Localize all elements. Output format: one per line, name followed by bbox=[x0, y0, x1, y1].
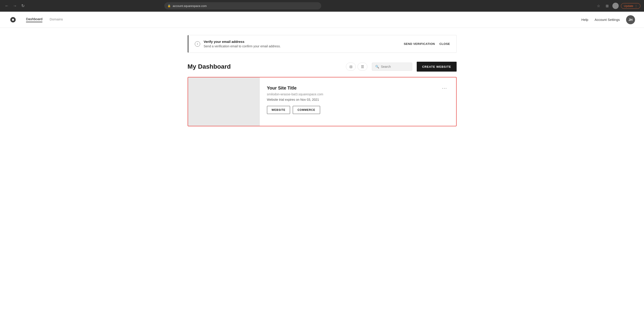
banner-actions: SEND VERIFICATION CLOSE bbox=[404, 42, 450, 46]
star-button[interactable]: ☆ bbox=[595, 3, 602, 9]
site-url: smilodon-wrasse-bat3.squarespace.com bbox=[267, 92, 449, 96]
account-settings-link[interactable]: Account Settings bbox=[594, 18, 620, 22]
nav-dashboard[interactable]: Dashboard bbox=[26, 17, 42, 22]
grid-view-button[interactable]: ⊟ bbox=[346, 63, 356, 71]
page-wrapper: Dashboard Domains Help Account Settings … bbox=[0, 12, 644, 326]
create-website-button[interactable]: CREATE WEBSITE bbox=[417, 62, 456, 72]
dashboard-header: My Dashboard ⊟ ☰ 🔍 CREATE WEBSITE bbox=[188, 62, 456, 72]
view-toggles: ⊟ ☰ bbox=[346, 63, 368, 71]
site-actions: WEBSITE COMMERCE bbox=[267, 106, 449, 114]
lock-icon: 🔒 bbox=[168, 4, 171, 8]
site-info: Your Site Title ··· smilodon-wrasse-bat3… bbox=[260, 77, 456, 126]
nav-domains[interactable]: Domains bbox=[50, 17, 63, 22]
site-thumbnail bbox=[188, 77, 260, 126]
forward-button[interactable]: → bbox=[12, 3, 18, 9]
address-bar[interactable]: 🔒 account.squarespace.com bbox=[164, 2, 321, 10]
verification-text: Verify your email address Send a verific… bbox=[204, 40, 400, 48]
browser-actions: ☆ ⊞ Update ⋮ bbox=[595, 3, 640, 9]
site-more-button[interactable]: ··· bbox=[440, 86, 449, 91]
site-title: Your Site Title bbox=[267, 86, 297, 91]
user-avatar[interactable]: JH bbox=[626, 15, 635, 24]
search-box[interactable]: 🔍 bbox=[372, 63, 412, 71]
reload-button[interactable]: ↻ bbox=[20, 3, 26, 9]
site-trial: Website trial expires on Nov 03, 2021 bbox=[267, 98, 449, 101]
info-icon: i bbox=[195, 41, 200, 47]
nav-right: Help Account Settings JH bbox=[582, 15, 635, 24]
logo[interactable] bbox=[9, 16, 17, 24]
search-input[interactable] bbox=[381, 65, 408, 69]
close-banner-button[interactable]: CLOSE bbox=[439, 42, 450, 46]
browser-chrome: ← → ↻ 🔒 account.squarespace.com ☆ ⊞ Upda… bbox=[0, 0, 644, 12]
verification-title: Verify your email address bbox=[204, 40, 400, 44]
verification-subtitle: Send a verification email to confirm you… bbox=[204, 45, 400, 48]
dashboard-title: My Dashboard bbox=[188, 63, 231, 70]
site-card: Your Site Title ··· smilodon-wrasse-bat3… bbox=[188, 77, 456, 126]
search-icon: 🔍 bbox=[375, 65, 379, 69]
sites-grid: Your Site Title ··· smilodon-wrasse-bat3… bbox=[188, 77, 456, 126]
send-verification-button[interactable]: SEND VERIFICATION bbox=[404, 42, 435, 46]
list-view-button[interactable]: ☰ bbox=[358, 63, 368, 71]
help-link[interactable]: Help bbox=[582, 18, 588, 22]
browser-profile-avatar[interactable] bbox=[612, 3, 619, 9]
commerce-button[interactable]: COMMERCE bbox=[293, 106, 320, 114]
top-nav: Dashboard Domains Help Account Settings … bbox=[0, 12, 644, 28]
update-button[interactable]: Update ⋮ bbox=[621, 3, 640, 9]
main-content: i Verify your email address Send a verif… bbox=[179, 28, 466, 134]
site-header-row: Your Site Title ··· bbox=[267, 86, 449, 91]
address-text: account.squarespace.com bbox=[172, 4, 207, 8]
verification-banner: i Verify your email address Send a verif… bbox=[188, 35, 456, 53]
back-button[interactable]: ← bbox=[4, 3, 10, 9]
website-button[interactable]: WEBSITE bbox=[267, 106, 290, 114]
browser-nav-buttons: ← → ↻ bbox=[4, 3, 26, 9]
extensions-button[interactable]: ⊞ bbox=[604, 3, 610, 9]
nav-links: Dashboard Domains bbox=[26, 17, 63, 22]
